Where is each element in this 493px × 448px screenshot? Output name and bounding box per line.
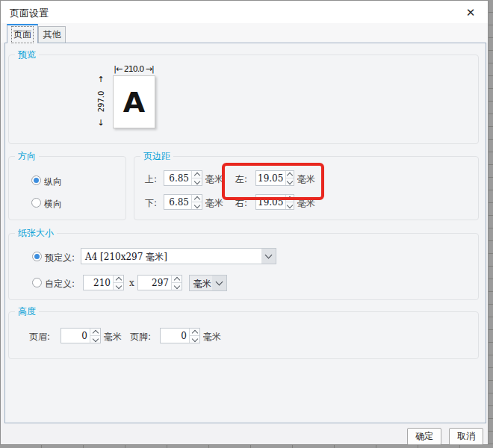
page-setup-dialog: 页面设置 ✕ 页面 其他 预览 |← 210.0 →| ↑ 297.0 ↓ A … <box>0 0 489 445</box>
arrow-up-icon: ↑ <box>95 75 107 84</box>
landscape-radio[interactable] <box>31 198 41 208</box>
spin-up-icon[interactable] <box>90 329 100 335</box>
predefined-size-dropdown[interactable]: A4 [210x297 毫米] <box>81 248 276 264</box>
ok-button[interactable]: 确定 <box>407 428 441 445</box>
paper-preview-letter: A <box>123 88 145 116</box>
margin-top-label: 上: <box>145 173 157 186</box>
preview-group: 预览 <box>8 55 479 144</box>
margin-top-value[interactable]: 6.85 <box>164 171 191 185</box>
spin-down-icon[interactable] <box>172 282 182 290</box>
chevron-down-icon[interactable] <box>212 276 226 290</box>
spin-up-icon[interactable] <box>190 329 199 335</box>
margins-group: 页边距 <box>134 156 479 220</box>
dimension-separator: x <box>129 278 134 288</box>
paper-size-group: 纸张大小 <box>8 233 479 300</box>
portrait-label[interactable]: 纵向 <box>44 175 62 188</box>
spin-down-icon[interactable] <box>114 282 123 290</box>
margin-bottom-label: 下: <box>145 197 157 210</box>
footer-height-unit: 毫米 <box>203 331 221 343</box>
margin-left-spinner[interactable]: 19.05 <box>255 170 294 186</box>
margin-bottom-value[interactable]: 6.85 <box>164 195 191 209</box>
spin-down-icon[interactable] <box>192 202 202 209</box>
custom-height-value[interactable]: 297 <box>138 276 171 290</box>
spin-down-icon[interactable] <box>90 335 100 343</box>
spin-up-icon[interactable] <box>172 276 182 282</box>
header-height-unit: 毫米 <box>104 331 122 343</box>
spin-up-icon[interactable] <box>286 195 294 202</box>
tab-other[interactable]: 其他 <box>38 26 66 43</box>
custom-unit-dropdown[interactable]: 毫米 <box>189 275 227 291</box>
preview-group-label: 预览 <box>15 49 39 61</box>
margin-right-unit: 毫米 <box>297 197 315 210</box>
custom-unit-value: 毫米 <box>190 276 212 290</box>
orientation-group-label: 方向 <box>15 150 39 163</box>
paper-size-group-label: 纸张大小 <box>15 227 57 240</box>
header-height-label: 页眉: <box>29 331 50 343</box>
predefined-size-value: A4 [210x297 毫米] <box>81 249 261 264</box>
header-height-value[interactable]: 0 <box>61 329 90 343</box>
margin-right-label: 右: <box>235 197 247 210</box>
margin-bottom-spinner[interactable]: 6.85 <box>164 194 202 210</box>
predefined-label[interactable]: 预定义: <box>45 252 75 264</box>
paper-height-dimension: ↑ 297.0 ↓ <box>95 75 107 127</box>
spin-down-icon[interactable] <box>190 335 199 343</box>
margin-top-unit: 毫米 <box>205 173 223 186</box>
margin-bottom-unit: 毫米 <box>205 197 223 210</box>
tab-page-label: 页面 <box>13 28 31 41</box>
margin-left-label: 左: <box>235 173 247 186</box>
arrow-down-icon: ↓ <box>95 119 107 127</box>
custom-width-value[interactable]: 210 <box>84 276 113 290</box>
paper-preview: A <box>113 75 155 128</box>
paper-height-value: 297.0 <box>97 90 105 112</box>
custom-label[interactable]: 自定义: <box>45 278 75 290</box>
close-icon[interactable]: ✕ <box>462 4 479 21</box>
custom-radio[interactable] <box>32 278 42 287</box>
margin-left-value[interactable]: 19.05 <box>256 171 285 185</box>
header-height-spinner[interactable]: 0 <box>61 328 101 343</box>
margins-group-label: 页边距 <box>140 150 173 163</box>
dialog-title: 页面设置 <box>10 7 49 20</box>
margin-left-unit: 毫米 <box>297 173 315 186</box>
portrait-radio[interactable] <box>31 175 41 185</box>
paper-width-dimension: |← 210.0 →| <box>106 64 161 74</box>
orientation-group: 方向 <box>8 156 126 220</box>
spin-down-icon[interactable] <box>286 178 294 185</box>
tab-other-label: 其他 <box>43 28 61 41</box>
title-bar: 页面设置 ✕ <box>1 1 488 23</box>
custom-height-spinner[interactable]: 297 <box>137 275 182 290</box>
footer-height-spinner[interactable]: 0 <box>160 328 200 343</box>
tab-page[interactable]: 页面 <box>7 24 38 43</box>
footer-height-label: 页脚: <box>130 331 151 343</box>
custom-width-spinner[interactable]: 210 <box>83 275 124 290</box>
spin-down-icon[interactable] <box>192 178 202 185</box>
spin-up-icon[interactable] <box>192 171 202 178</box>
cancel-button[interactable]: 取消 <box>449 428 483 445</box>
margin-right-value[interactable]: 19.05 <box>256 195 285 209</box>
margin-right-spinner[interactable]: 19.05 <box>255 194 294 210</box>
tab-strip <box>1 23 488 43</box>
spin-up-icon[interactable] <box>192 195 202 202</box>
spin-up-icon[interactable] <box>114 276 123 282</box>
spin-up-icon[interactable] <box>286 171 294 178</box>
height-group-label: 高度 <box>15 305 39 318</box>
footer-height-value[interactable]: 0 <box>161 329 189 343</box>
chevron-down-icon[interactable] <box>261 249 276 264</box>
margin-top-spinner[interactable]: 6.85 <box>164 170 202 186</box>
landscape-label[interactable]: 横向 <box>44 198 62 211</box>
spin-down-icon[interactable] <box>286 202 294 209</box>
predefined-radio[interactable] <box>32 252 42 261</box>
